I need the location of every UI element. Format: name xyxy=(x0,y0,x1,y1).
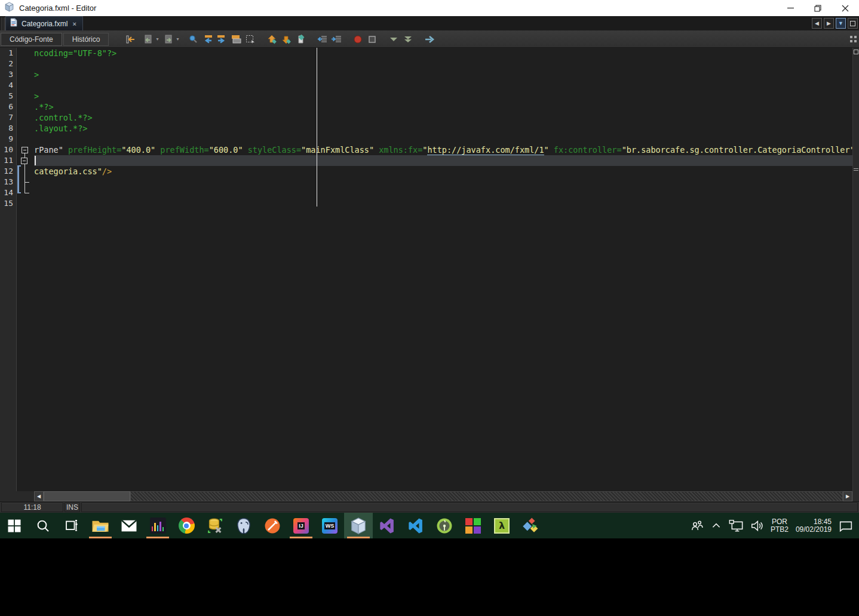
code-line-1[interactable]: ncoding="UTF-8"?> xyxy=(34,48,852,58)
fold-end-tick-outer xyxy=(24,193,29,193)
code-segment: rPane" xyxy=(34,145,68,155)
code-line-11[interactable] xyxy=(34,155,852,166)
android-studio[interactable] xyxy=(430,513,459,538)
code-line-12[interactable]: categoria.css"/> xyxy=(34,166,852,177)
code-segment: > xyxy=(34,70,39,79)
search-button[interactable] xyxy=(29,513,57,538)
scrollbar-track[interactable] xyxy=(130,491,843,501)
code-line-6[interactable]: .*?> xyxy=(34,101,852,112)
code-line-5[interactable]: > xyxy=(34,91,852,101)
jump-last-edit-icon[interactable] xyxy=(124,33,137,45)
code-segment: "br.saborcafe.sg.controller.CategoriaCon… xyxy=(622,145,855,155)
scroll-right-button[interactable]: ▶ xyxy=(843,491,852,501)
code-line-13[interactable] xyxy=(34,177,852,187)
action-center-icon[interactable] xyxy=(839,519,853,532)
fold-toggle-line10[interactable] xyxy=(22,147,28,153)
line-number: 1 xyxy=(0,48,16,58)
forward-dropdown-icon[interactable]: ▾ xyxy=(176,36,179,42)
webstorm[interactable]: WS xyxy=(315,513,344,538)
visual-studio[interactable] xyxy=(373,513,401,538)
rectangular-selection-icon[interactable] xyxy=(244,33,257,45)
task-view-button[interactable] xyxy=(57,513,86,538)
volume-icon[interactable] xyxy=(750,519,763,532)
shift-line-right-icon[interactable] xyxy=(330,33,343,45)
language-line1: POR xyxy=(771,518,789,526)
code-line-2[interactable] xyxy=(34,58,852,69)
file-status-box-icon[interactable] xyxy=(854,50,858,54)
scroll-tabs-left-button[interactable]: ◀ xyxy=(812,18,822,29)
code-line-4[interactable] xyxy=(34,80,852,91)
next-bookmark-icon[interactable] xyxy=(280,33,293,45)
code-line-7[interactable]: .control.*?> xyxy=(34,112,852,123)
netbeans[interactable] xyxy=(344,513,373,538)
lambda-app[interactable]: λ xyxy=(487,513,516,538)
people-icon[interactable] xyxy=(691,519,704,532)
line-number: 2 xyxy=(0,58,16,69)
cube-icon xyxy=(349,517,367,535)
code-line-10[interactable]: rPane" prefHeight="400.0" prefWidth="600… xyxy=(34,144,852,155)
stop-macro-recording-icon[interactable] xyxy=(366,33,379,45)
toggle-bookmark-icon[interactable] xyxy=(294,33,307,45)
line-number: 5 xyxy=(0,91,16,101)
error-stripe-caret-mark[interactable] xyxy=(854,168,858,171)
scroll-left-button[interactable]: ◀ xyxy=(34,491,44,501)
tab-categoria-fxml[interactable]: Categoria.fxml × xyxy=(5,16,83,30)
modeling-tool[interactable] xyxy=(258,513,287,538)
chrome-browser[interactable] xyxy=(172,513,201,538)
tab-label: Categoria.fxml xyxy=(22,20,68,28)
shift-line-left-icon[interactable] xyxy=(315,33,329,45)
forward-icon[interactable] xyxy=(162,33,175,45)
task-view-icon xyxy=(65,519,79,533)
editor-toolbar: Código-Fonte Histórico ▾ ▾ xyxy=(0,31,859,48)
scrollbar-thumb[interactable] xyxy=(44,491,130,501)
scroll-tabs-right-button[interactable]: ▶ xyxy=(824,18,834,29)
minimize-button[interactable] xyxy=(777,0,804,16)
find-next-icon[interactable] xyxy=(215,33,228,45)
code-editor[interactable]: 123456789101112131415 ncoding="UTF-8"?>>… xyxy=(0,48,859,491)
color-grid-app[interactable] xyxy=(459,513,487,538)
database-tool[interactable] xyxy=(201,513,229,538)
network-icon[interactable] xyxy=(729,519,743,532)
maximize-editor-button[interactable] xyxy=(848,18,858,29)
close-button[interactable] xyxy=(832,0,859,16)
error-stripe[interactable] xyxy=(852,48,859,491)
sql-developer[interactable] xyxy=(516,513,545,538)
insert-mode-cell[interactable]: INS xyxy=(65,503,80,512)
next-occurrence-icon[interactable] xyxy=(401,33,415,45)
toolbar-grip-icon[interactable] xyxy=(849,35,857,45)
chevron-up-icon[interactable] xyxy=(711,520,722,531)
code-line-14[interactable] xyxy=(34,187,852,198)
find-previous-icon[interactable] xyxy=(201,33,214,45)
history-view-button[interactable]: Histórico xyxy=(63,33,109,46)
text-caret xyxy=(35,156,36,165)
code-line-3[interactable]: > xyxy=(34,69,852,80)
code-line-15[interactable] xyxy=(34,198,852,209)
intellij-idea[interactable]: IJ xyxy=(287,513,315,538)
code-line-9[interactable] xyxy=(34,134,852,144)
source-view-button[interactable]: Código-Fonte xyxy=(1,33,62,46)
previous-occurrence-icon[interactable] xyxy=(387,33,400,45)
code-line-8[interactable]: .layout.*?> xyxy=(34,123,852,134)
code-segment: categoria.css" xyxy=(34,167,102,176)
file-explorer[interactable] xyxy=(86,513,115,538)
previous-bookmark-icon[interactable] xyxy=(265,33,278,45)
media-app[interactable] xyxy=(143,513,172,538)
back-dropdown-icon[interactable]: ▾ xyxy=(156,36,158,42)
postgresql[interactable] xyxy=(229,513,258,538)
code-lines[interactable]: ncoding="UTF-8"?>>>.*?>.control.*?>.layo… xyxy=(34,48,852,209)
tab-close-icon[interactable]: × xyxy=(71,20,77,27)
language-indicator[interactable]: POR PTB2 xyxy=(771,518,789,534)
toggle-highlight-search-icon[interactable] xyxy=(229,33,243,45)
clock[interactable]: 18:45 09/02/2019 xyxy=(796,518,832,534)
restore-button[interactable] xyxy=(804,0,832,16)
mail-app[interactable] xyxy=(115,513,143,538)
go-forward-icon[interactable] xyxy=(423,33,436,45)
vs-code[interactable] xyxy=(401,513,430,538)
fold-toggle-line11[interactable] xyxy=(21,158,27,164)
find-icon[interactable] xyxy=(186,33,200,45)
line-number: 3 xyxy=(0,69,16,80)
back-icon[interactable] xyxy=(142,33,155,45)
tab-list-dropdown-button[interactable]: ▼ xyxy=(836,18,846,29)
start-button[interactable] xyxy=(0,513,29,538)
start-macro-recording-icon[interactable] xyxy=(351,33,364,45)
